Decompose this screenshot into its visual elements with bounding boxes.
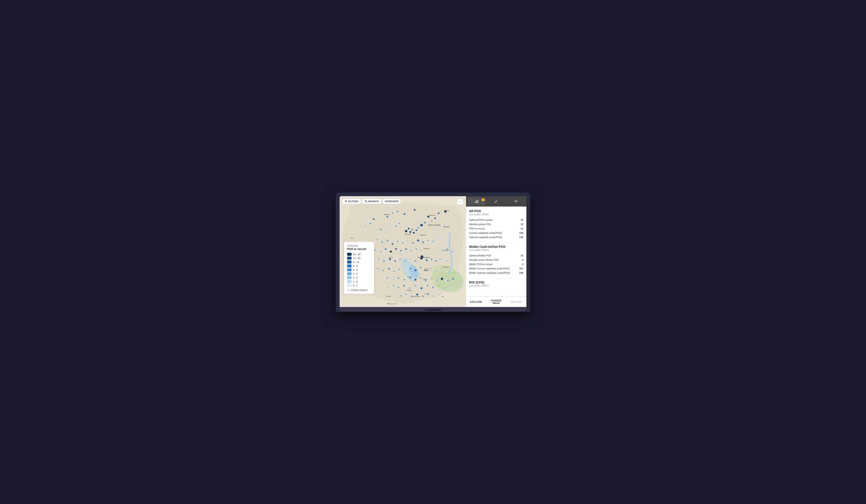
section-divider (469, 243, 523, 243)
legend-range-label: 11 - 15 (353, 257, 360, 260)
legend-item: 11 - 15 (347, 257, 371, 260)
tab-chart[interactable]: 1 (468, 197, 486, 205)
svg-point-125 (430, 268, 432, 269)
svg-point-151 (427, 285, 428, 286)
stat-row: Current capillarity (subs/POS) 328 (469, 231, 523, 235)
search-icon (365, 200, 367, 203)
svg-point-74 (448, 239, 449, 240)
svg-point-52 (395, 225, 397, 227)
panel-section-1: MoMo Cash-In/Out POSLast update: 30/6/22… (469, 245, 523, 275)
svg-point-154 (443, 287, 444, 289)
app-container: A7 A3 A8 A10 A8 A8 A7 A5 A2 (340, 196, 526, 307)
legend-color-swatch (347, 276, 352, 279)
stat-label: Current capillarity (subs/POS) (469, 232, 502, 234)
svg-point-44 (409, 231, 411, 233)
svg-point-43 (408, 228, 410, 229)
legend-color-swatch (347, 253, 352, 256)
svg-line-196 (366, 202, 367, 203)
exclude-button[interactable]: EXCLUDE (466, 297, 486, 307)
change-wave-button[interactable]: CHANGE WAVE (486, 297, 506, 307)
layers-icon (514, 199, 518, 203)
collapse-legend-button[interactable]: Collapse legend (347, 289, 371, 291)
search-button[interactable]: SEARCH (362, 199, 381, 204)
expand-icon: › (460, 200, 461, 204)
svg-point-46 (413, 232, 415, 234)
section-title: All POS (469, 209, 523, 213)
stat-label: MoMo POS to recruit (469, 263, 492, 265)
svg-text:Gagnoa: Gagnoa (407, 289, 412, 291)
svg-text:A10: A10 (443, 224, 445, 225)
svg-point-79 (380, 251, 381, 252)
svg-point-191 (387, 302, 389, 304)
svg-point-110 (445, 260, 447, 262)
svg-point-116 (382, 270, 384, 271)
legend-item: 5 - 8 (347, 264, 371, 267)
stat-row: Optimal MoMo POS 14 (469, 253, 523, 258)
legend-color-swatch (347, 272, 352, 275)
svg-point-68 (417, 239, 419, 241)
svg-point-129 (451, 269, 452, 270)
svg-text:A7: A7 (366, 220, 368, 222)
svg-text:Daloa: Daloa (389, 257, 393, 259)
laptop-base (340, 307, 526, 312)
stat-row: MoMo POS to recruit 6 (469, 262, 523, 266)
svg-text:Ivory Coast: Ivory Coast (428, 224, 440, 226)
svg-point-78 (375, 249, 376, 251)
svg-point-48 (418, 227, 419, 228)
svg-point-103 (410, 259, 411, 260)
laptop-frame: A7 A3 A8 A10 A8 A8 A7 A5 A2 (336, 192, 530, 312)
panel-section-0: All POSLast update: 30/6/22 Optimal POS … (469, 209, 523, 239)
filters-icon (345, 200, 347, 203)
svg-point-145 (392, 285, 394, 286)
svg-point-162 (422, 296, 423, 297)
legend-color-swatch (347, 284, 352, 287)
expand-button[interactable]: › (457, 199, 463, 205)
legend-color-swatch (347, 280, 352, 283)
tab-layers[interactable] (507, 197, 525, 205)
svg-point-54 (424, 222, 426, 224)
svg-point-73 (443, 240, 444, 242)
svg-point-142 (447, 280, 448, 281)
svg-point-136 (414, 279, 417, 280)
svg-point-34 (414, 209, 415, 211)
svg-text:Yamoussoukro: Yamoussoukro (417, 256, 430, 259)
stat-value: 145 (519, 236, 523, 239)
svg-point-150 (421, 287, 422, 289)
legend-range-label: 8 - 11 (353, 261, 359, 263)
svg-point-131 (387, 277, 388, 279)
svg-point-115 (377, 268, 379, 270)
svg-point-146 (398, 287, 399, 288)
svg-point-42 (405, 230, 407, 232)
svg-point-66 (407, 241, 409, 242)
svg-point-41 (365, 226, 366, 227)
svg-point-141 (441, 278, 443, 280)
stat-label: POS to recruit (469, 227, 485, 230)
stat-label: MoMo Current capillarity (subs/POS) (469, 267, 510, 270)
panel-section-2: ROI (CFA)Last update: 30/6/22 (469, 280, 523, 287)
svg-point-97 (378, 259, 379, 260)
filters-button[interactable]: FILTERS (342, 199, 361, 204)
svg-rect-198 (476, 201, 477, 203)
stat-value: 6 (522, 263, 523, 265)
svg-text:Zuénoula: Zuénoula (404, 233, 411, 235)
stat-label: Monthly active POS (469, 223, 491, 226)
legend-item: 8 - 11 (347, 261, 371, 264)
tab-edit[interactable] (487, 197, 505, 205)
svg-point-83 (400, 250, 402, 251)
svg-point-45 (411, 229, 413, 230)
stat-value: 14 (521, 254, 523, 257)
svg-point-161 (416, 294, 418, 296)
svg-point-164 (433, 296, 434, 297)
svg-point-72 (438, 239, 439, 240)
svg-point-33 (397, 211, 398, 212)
svg-text:Oumé: Oumé (408, 276, 412, 278)
overview-button[interactable]: OVERVIEW (382, 199, 401, 204)
svg-point-50 (385, 231, 387, 233)
laptop-screen: A7 A3 A8 A10 A8 A8 A7 A5 A2 (340, 196, 526, 307)
stat-value: 25 (521, 219, 523, 221)
legend-box: Coloring by POS to recruit 15 - 42 11 - … (344, 242, 374, 294)
svg-point-82 (395, 248, 397, 250)
section-title: ROI (CFA) (469, 280, 523, 284)
stat-row: POS to recruit 13 (469, 226, 523, 231)
overview-label: OVERVIEW (385, 200, 398, 203)
